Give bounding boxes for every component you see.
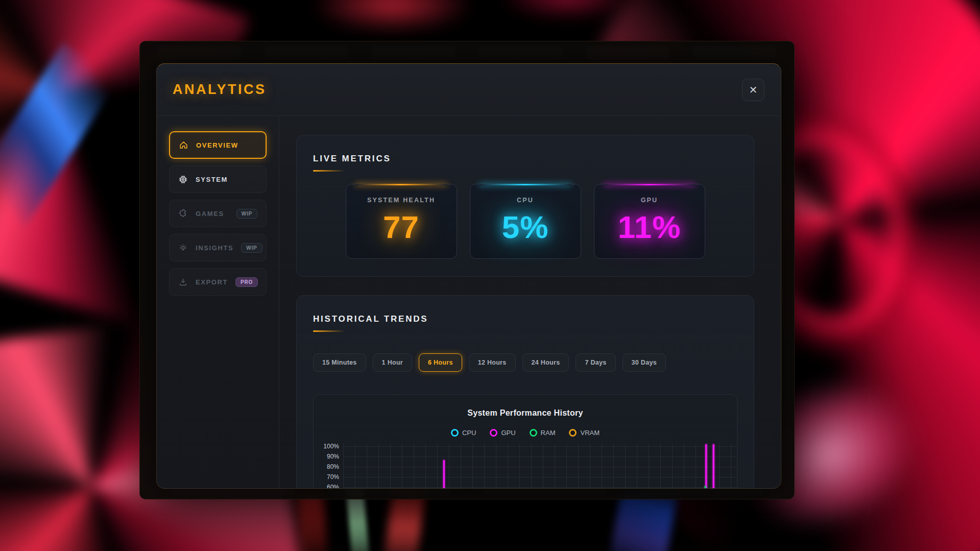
legend-item-ram[interactable]: RAM <box>530 429 556 437</box>
sidebar-item-insights[interactable]: INSIGHTS WIP <box>169 234 267 261</box>
card-accent-bar <box>355 184 447 185</box>
metric-value: 11% <box>594 209 705 245</box>
metric-label: CPU <box>470 197 581 204</box>
pro-badge: PRO <box>235 277 258 287</box>
wip-badge: WIP <box>241 243 262 253</box>
time-range-selector: 15 Minutes 1 Hour 6 Hours 12 Hours 24 Ho… <box>313 353 737 372</box>
legend-item-gpu[interactable]: GPU <box>490 429 515 437</box>
wip-badge: WIP <box>236 209 257 219</box>
live-metrics-heading: LIVE METRICS <box>313 154 737 164</box>
y-axis-tick: 90% <box>327 453 339 460</box>
chart-canvas <box>343 443 737 489</box>
analytics-dashboard: ANALYTICS ✕ OVERVIEW SYSTEM GAMES WIP <box>156 63 781 489</box>
chip-icon <box>178 175 188 184</box>
range-button-15-minutes[interactable]: 15 Minutes <box>313 353 366 372</box>
metric-card-gpu: GPU 11% <box>594 184 705 259</box>
live-metrics-section: LIVE METRICS SYSTEM HEALTH 77 CPU 5% <box>296 135 754 277</box>
sidebar-item-label: EXPORT <box>196 278 228 286</box>
sidebar-item-system[interactable]: SYSTEM <box>169 165 267 193</box>
page-title: ANALYTICS <box>173 82 267 98</box>
sidebar-item-games[interactable]: GAMES WIP <box>169 200 267 227</box>
close-button[interactable]: ✕ <box>742 79 764 101</box>
metric-value: 5% <box>470 209 581 245</box>
metric-value: 77 <box>346 209 457 245</box>
y-axis-tick: 80% <box>327 463 339 470</box>
sidebar: OVERVIEW SYSTEM GAMES WIP INSIGHTS WIP <box>157 116 279 489</box>
sidebar-item-label: INSIGHTS <box>196 244 233 252</box>
historical-trends-heading: HISTORICAL TRENDS <box>313 314 737 324</box>
range-button-12-hours[interactable]: 12 Hours <box>469 353 516 372</box>
y-axis-tick: 60% <box>327 484 339 489</box>
dashboard-header: ANALYTICS ✕ <box>157 64 781 116</box>
main-content: LIVE METRICS SYSTEM HEALTH 77 CPU 5% <box>279 116 781 489</box>
sidebar-item-label: OVERVIEW <box>196 141 238 149</box>
download-icon <box>178 277 188 287</box>
historical-trends-section: HISTORICAL TRENDS 15 Minutes 1 Hour 6 Ho… <box>296 295 754 489</box>
puzzle-icon <box>178 209 188 219</box>
home-icon <box>179 140 188 150</box>
close-icon: ✕ <box>749 84 758 95</box>
card-accent-bar <box>479 184 571 185</box>
vram-legend-ring-icon <box>569 429 577 437</box>
sidebar-item-export[interactable]: EXPORT PRO <box>169 268 267 296</box>
chart-legend: CPU GPU RAM <box>314 429 737 437</box>
chart-title: System Performance History <box>314 409 737 418</box>
chart-plot-area: 100% 90% 80% 70% 60% <box>314 443 737 489</box>
analytics-overlay-panel: ANALYTICS ✕ OVERVIEW SYSTEM GAMES WIP <box>139 41 795 499</box>
background-blue-streak <box>0 42 119 233</box>
y-axis-tick: 70% <box>327 473 339 481</box>
range-button-6-hours[interactable]: 6 Hours <box>419 353 462 372</box>
background-red-glow <box>276 0 664 46</box>
bulb-icon <box>178 243 188 253</box>
cpu-legend-ring-icon <box>451 429 459 437</box>
legend-item-vram[interactable]: VRAM <box>569 429 600 437</box>
range-button-7-days[interactable]: 7 Days <box>576 353 615 372</box>
metric-card-system-health: SYSTEM HEALTH 77 <box>346 184 457 259</box>
range-button-30-days[interactable]: 30 Days <box>623 353 666 372</box>
legend-item-cpu[interactable]: CPU <box>451 429 476 437</box>
metric-label: GPU <box>594 197 705 204</box>
sidebar-item-label: SYSTEM <box>196 176 228 183</box>
heading-underline <box>313 330 345 332</box>
gpu-legend-ring-icon <box>490 429 497 437</box>
metric-card-cpu: CPU 5% <box>470 184 581 259</box>
performance-chart-card: System Performance History CPU GPU <box>313 394 737 489</box>
sidebar-item-overview[interactable]: OVERVIEW <box>169 131 267 159</box>
metric-label: SYSTEM HEALTH <box>346 197 457 204</box>
range-button-24-hours[interactable]: 24 Hours <box>522 353 569 372</box>
card-accent-bar <box>603 184 696 185</box>
range-button-1-hour[interactable]: 1 Hour <box>373 353 412 372</box>
ram-legend-ring-icon <box>530 429 537 437</box>
blurred-toolbar-ghost <box>157 46 777 59</box>
metric-card-row: SYSTEM HEALTH 77 CPU 5% GPU 11% <box>313 184 737 259</box>
sidebar-item-label: GAMES <box>196 210 224 218</box>
y-axis-tick: 100% <box>323 443 339 450</box>
heading-underline <box>313 170 345 172</box>
